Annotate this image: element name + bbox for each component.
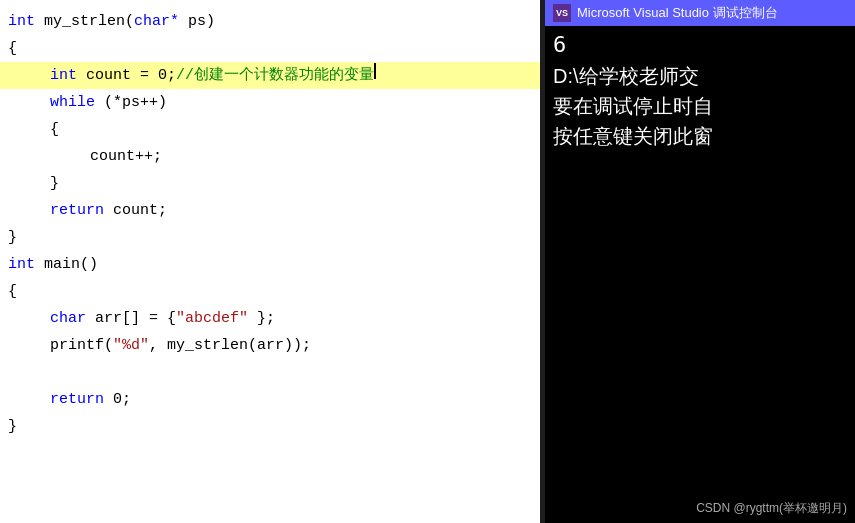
keyword-int-3: int: [8, 251, 35, 278]
code-editor[interactable]: int my_strlen( char* ps) { int count = 0…: [0, 0, 540, 523]
code-line-13: printf( "%d" , my_strlen(arr));: [0, 332, 540, 359]
arr-decl: arr[] = {: [86, 305, 176, 332]
count-decl: count = 0;: [77, 62, 176, 89]
code-line-16: }: [0, 413, 540, 440]
code-line-1: int my_strlen( char* ps): [0, 8, 540, 35]
format-string: "%d": [113, 332, 149, 359]
console-output: 6 D:\给学校老师交 要在调试停止时自 按任意键关闭此窗: [545, 26, 855, 494]
keyword-char: char: [50, 305, 86, 332]
code-line-8: return count;: [0, 197, 540, 224]
keyword-return: return: [50, 197, 104, 224]
code-line-6: count++;: [0, 143, 540, 170]
brace-open-2: {: [50, 116, 59, 143]
brace-close-1: }: [50, 170, 59, 197]
console-footer: CSDN @rygttm(举杯邀明月): [545, 494, 855, 523]
return-count: count;: [104, 197, 167, 224]
code-line-3: int count = 0; //创建一个计数器功能的变量: [0, 62, 540, 89]
code-line-10: int main(): [0, 251, 540, 278]
comment-text: //创建一个计数器功能的变量: [176, 62, 374, 89]
vs-icon: VS: [553, 4, 571, 22]
string-abcdef: "abcdef": [176, 305, 248, 332]
while-cond: (*ps++): [95, 89, 167, 116]
output-number: 6: [553, 32, 847, 57]
count-increment: count++;: [90, 143, 162, 170]
brace-close-2: }: [8, 224, 17, 251]
keyword-char-ptr: char*: [134, 8, 179, 35]
func-name: my_strlen(: [35, 8, 134, 35]
return-zero: 0;: [104, 386, 131, 413]
keyword-int: int: [8, 8, 35, 35]
console-panel: VS Microsoft Visual Studio 调试控制台 6 D:\给学…: [545, 0, 855, 523]
output-line-3: 按任意键关闭此窗: [553, 121, 847, 151]
brace-close-3: }: [8, 413, 17, 440]
brace-open: {: [8, 35, 17, 62]
keyword-return-2: return: [50, 386, 104, 413]
output-line-2: 要在调试停止时自: [553, 91, 847, 121]
printf-args: , my_strlen(arr));: [149, 332, 311, 359]
main-func: main(): [35, 251, 98, 278]
console-title: Microsoft Visual Studio 调试控制台: [577, 4, 778, 22]
keyword-int-2: int: [50, 62, 77, 89]
code-line-2: {: [0, 35, 540, 62]
code-line-12: char arr[] = { "abcdef" };: [0, 305, 540, 332]
output-line-1: D:\给学校老师交: [553, 61, 847, 91]
code-line-11: {: [0, 278, 540, 305]
param: ps): [179, 8, 215, 35]
arr-close: };: [248, 305, 275, 332]
code-line-15: return 0;: [0, 386, 540, 413]
code-line-4: while (*ps++): [0, 89, 540, 116]
code-line-9: }: [0, 224, 540, 251]
code-line-14: [0, 359, 540, 386]
printf-open: printf(: [50, 332, 113, 359]
code-line-7: }: [0, 170, 540, 197]
code-content: int my_strlen( char* ps) { int count = 0…: [0, 0, 540, 448]
brace-open-3: {: [8, 278, 17, 305]
keyword-while: while: [50, 89, 95, 116]
console-titlebar: VS Microsoft Visual Studio 调试控制台: [545, 0, 855, 26]
code-line-5: {: [0, 116, 540, 143]
text-cursor: [374, 63, 376, 79]
